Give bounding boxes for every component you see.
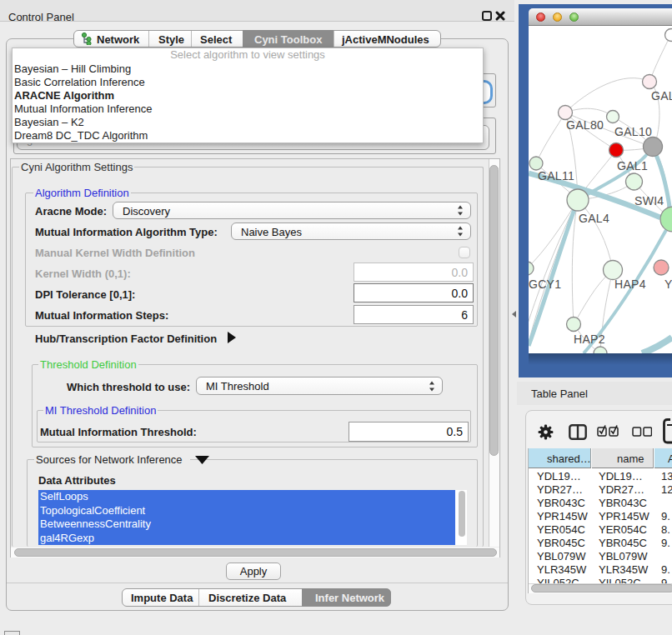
- svg-text:GAL10: GAL10: [614, 125, 652, 138]
- svg-text:GCY1: GCY1: [529, 278, 561, 291]
- svg-text:SWI4: SWI4: [634, 194, 664, 208]
- svg-text:GAL11: GAL11: [538, 169, 574, 182]
- svg-text:GAL4: GAL4: [579, 212, 609, 225]
- svg-text:GAL: GAL: [651, 89, 672, 102]
- svg-text:GAL80: GAL80: [566, 118, 604, 132]
- svg-text:HAP2: HAP2: [574, 332, 605, 346]
- svg-text:GAL1: GAL1: [617, 159, 648, 172]
- svg-text:Y: Y: [664, 278, 672, 291]
- svg-text:HAP4: HAP4: [614, 278, 646, 291]
